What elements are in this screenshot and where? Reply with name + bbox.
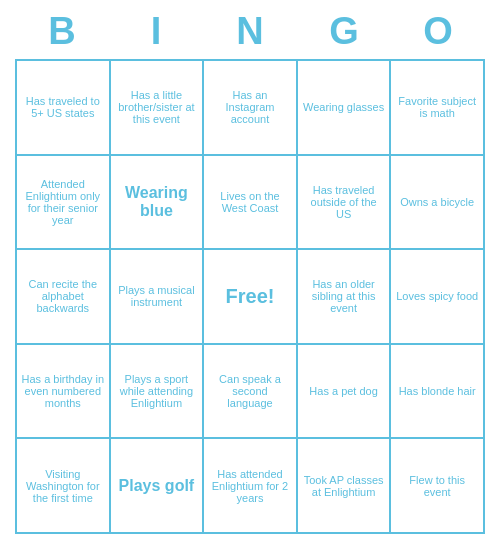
cell-b4[interactable]: Has a birthday in even numbered months [16,344,110,439]
cell-i5[interactable]: Plays golf [110,438,204,533]
cell-i4[interactable]: Plays a sport while attending Enlightium [110,344,204,439]
cell-g5[interactable]: Took AP classes at Enlightium [297,438,391,533]
cell-n5[interactable]: Has attended Enlightium for 2 years [203,438,297,533]
cell-b1[interactable]: Has traveled to 5+ US states [16,60,110,155]
cell-n4[interactable]: Can speak a second language [203,344,297,439]
cell-g1[interactable]: Wearing glasses [297,60,391,155]
cell-o3[interactable]: Loves spicy food [390,249,484,344]
bingo-title: B I N G O [15,10,485,53]
cell-free[interactable]: Free! [203,249,297,344]
cell-b5[interactable]: Visiting Washington for the first time [16,438,110,533]
cell-o2[interactable]: Owns a bicycle [390,155,484,250]
cell-g4[interactable]: Has a pet dog [297,344,391,439]
cell-g3[interactable]: Has an older sibling at this event [297,249,391,344]
bingo-grid: Has traveled to 5+ US states Has a littl… [15,59,485,534]
cell-o5[interactable]: Flew to this event [390,438,484,533]
bingo-letter-i: I [112,10,200,53]
cell-o1[interactable]: Favorite subject is math [390,60,484,155]
cell-i1[interactable]: Has a little brother/sister at this even… [110,60,204,155]
cell-g2[interactable]: Has traveled outside of the US [297,155,391,250]
bingo-letter-g: G [300,10,388,53]
cell-n2[interactable]: Lives on the West Coast [203,155,297,250]
cell-o4[interactable]: Has blonde hair [390,344,484,439]
cell-b2[interactable]: Attended Enlightium only for their senio… [16,155,110,250]
bingo-letter-b: B [18,10,106,53]
cell-n1[interactable]: Has an Instagram account [203,60,297,155]
cell-i2[interactable]: Wearing blue [110,155,204,250]
cell-b3[interactable]: Can recite the alphabet backwards [16,249,110,344]
bingo-letter-o: O [394,10,482,53]
cell-i3[interactable]: Plays a musical instrument [110,249,204,344]
bingo-letter-n: N [206,10,294,53]
